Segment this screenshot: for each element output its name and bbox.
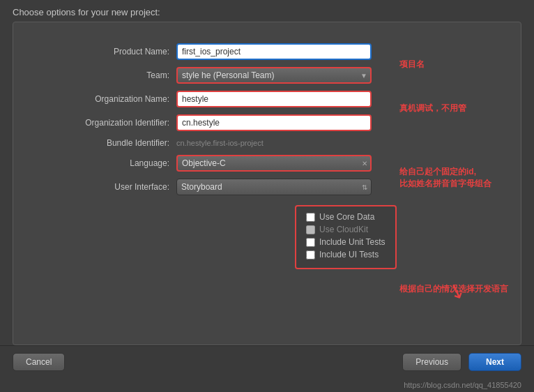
org-name-row: Organization Name: 给自己起个固定的id,比如姓名拼音首字母组… — [58, 91, 476, 107]
previous-button[interactable]: Previous — [402, 353, 461, 371]
ui-label: User Interface: — [58, 182, 176, 192]
bundle-id-label: Bundle Identifier: — [58, 138, 176, 148]
language-select[interactable]: Objective-C Swift — [176, 155, 372, 172]
team-row: Team: style he (Personal Team) ▼ 真机调试，不用… — [58, 67, 476, 84]
bundle-id-row: Bundle Identifier: cn.hestyle.first-ios-… — [58, 138, 476, 148]
language-label: Language: — [58, 158, 176, 168]
include-unit-tests-checkbox[interactable] — [306, 238, 315, 247]
use-core-data-row: Use Core Data — [306, 212, 386, 222]
bottom-right: Previous Next — [402, 353, 521, 371]
arrow-icon: ↘ — [445, 278, 468, 305]
use-core-data-label: Use Core Data — [319, 212, 374, 222]
dialog-title: Choose options for your new project: — [0, 0, 534, 22]
team-label: Team: — [58, 70, 176, 80]
main-content: Product Name: 项目名 Team: style he (Person… — [0, 22, 534, 345]
form-area: Product Name: 项目名 Team: style he (Person… — [34, 43, 500, 276]
use-cloudkit-checkbox[interactable] — [306, 225, 315, 234]
product-name-input[interactable] — [176, 43, 372, 60]
ui-row: User Interface: Storyboard SwiftUI ⇅ — [58, 179, 476, 195]
url-text: https://blog.csdn.net/qq_41855420 — [404, 381, 521, 389]
language-select-wrapper: Objective-C Swift ✕ — [176, 155, 372, 172]
ui-select[interactable]: Storyboard SwiftUI — [176, 179, 372, 195]
org-name-input[interactable] — [176, 91, 372, 107]
product-name-row: Product Name: 项目名 — [58, 43, 476, 60]
url-bar: https://blog.csdn.net/qq_41855420 — [0, 378, 534, 392]
ui-select-wrapper: Storyboard SwiftUI ⇅ — [176, 179, 372, 195]
next-button[interactable]: Next — [468, 353, 521, 371]
include-ui-tests-checkbox[interactable] — [306, 250, 315, 259]
include-unit-tests-row: Include Unit Tests — [306, 237, 386, 247]
include-unit-tests-label: Include Unit Tests — [319, 237, 386, 247]
bottom-left: Cancel — [13, 353, 65, 371]
use-cloudkit-label: Use CloudKit — [319, 225, 368, 234]
org-name-label: Organization Name: — [58, 94, 176, 104]
org-id-row: Organization Identifier: — [58, 114, 476, 131]
use-core-data-checkbox[interactable] — [306, 213, 315, 222]
cancel-button[interactable]: Cancel — [13, 353, 65, 371]
checkboxes-row: Use Core Data Use CloudKit Include Unit … — [58, 202, 476, 269]
use-cloudkit-row: Use CloudKit — [306, 225, 386, 234]
team-select-wrapper: style he (Personal Team) ▼ — [176, 67, 372, 84]
org-id-input[interactable] — [176, 114, 372, 131]
language-row: Language: Objective-C Swift ✕ 根据自己的情况选择开… — [58, 155, 476, 172]
org-id-label: Organization Identifier: — [58, 118, 176, 128]
product-name-label: Product Name: — [58, 47, 176, 56]
include-ui-tests-label: Include UI Tests — [319, 250, 379, 259]
include-ui-tests-row: Include UI Tests — [306, 250, 386, 259]
checkboxes-section: Use Core Data Use CloudKit Include Unit … — [295, 205, 397, 269]
team-select[interactable]: style he (Personal Team) — [176, 67, 372, 84]
bundle-id-value: cn.hestyle.first-ios-project — [176, 138, 372, 148]
dialog-box: Product Name: 项目名 Team: style he (Person… — [13, 22, 521, 345]
bottom-bar: Cancel Previous Next — [0, 345, 534, 378]
